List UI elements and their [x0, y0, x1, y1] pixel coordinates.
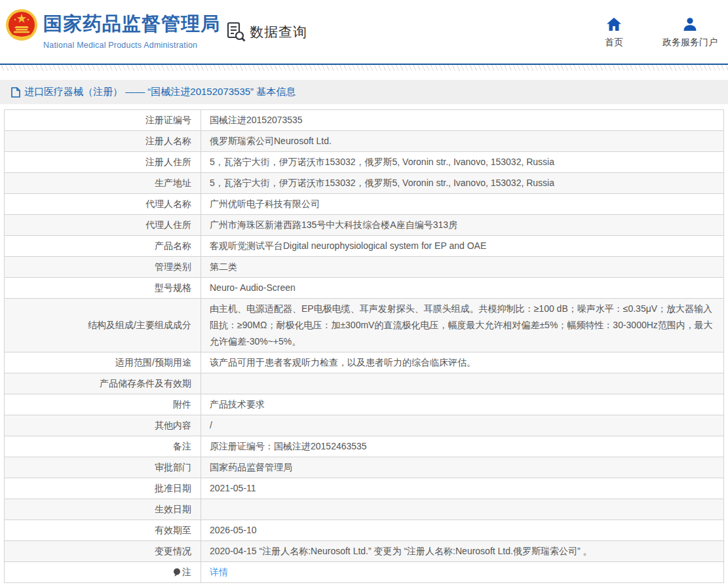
row-label-cell: 代理人住所 [5, 215, 201, 236]
row-label-cell: 生产地址 [5, 173, 201, 194]
top-nav: 首页 政务服务门户 [598, 18, 718, 48]
table-row: 代理人名称 广州优听电子科技有限公司 [5, 194, 724, 215]
document-search-icon [227, 22, 246, 42]
row-value-cell: 原注册证编号：国械注进20152463535 [201, 436, 724, 457]
row-value-cell: 广州市海珠区新港西路135号中大科技综合楼A座自编号313房 [201, 215, 724, 236]
breadcrumb-text: 进口医疗器械（注册） —— “国械注进20152073535” 基本信息 [24, 86, 296, 98]
row-label: 注册人名称 [145, 136, 191, 146]
row-label-cell: 结构及组成/主要组成成分 [5, 299, 201, 352]
row-label-cell: 审批部门 [5, 457, 201, 478]
table-row: 适用范围/预期用途 该产品可用于患者客观听力检查，以及患者听力的综合临床评估。 [5, 352, 724, 373]
row-label-cell: 适用范围/预期用途 [5, 352, 201, 373]
row-label: 型号规格 [155, 282, 191, 293]
info-table-body: 注册证编号 国械注进20152073535 注册人名称 俄罗斯瑞索公司Neuro… [5, 110, 724, 583]
nav-item-home[interactable]: 首页 [598, 18, 630, 48]
row-label: 生效日期 [155, 504, 191, 514]
row-label-cell: 备注 [5, 436, 201, 457]
row-label: 变更情况 [155, 546, 191, 556]
row-value-cell: 该产品可用于患者客观听力检查，以及患者听力的综合临床评估。 [201, 352, 724, 373]
row-value-cell: 5，瓦洛宁大街，伊万诺沃市153032，俄罗斯5, Voronin str., … [201, 152, 724, 173]
row-label: 批准日期 [155, 483, 191, 493]
row-label: 代理人名称 [145, 199, 191, 209]
row-label-cell: 附件 [5, 394, 201, 415]
row-label: 注册人住所 [145, 157, 191, 167]
balloon-icon [173, 568, 181, 577]
row-value-cell: 国家药品监督管理局 [201, 457, 724, 478]
row-value-cell: 第二类 [201, 257, 724, 278]
person-icon [683, 18, 697, 31]
table-row: 变更情况 2020-04-15 “注册人名称:Neurosoft Ltd.” 变… [5, 541, 724, 562]
nav-item-label: 政务服务门户 [662, 37, 718, 48]
row-label: 附件 [173, 399, 191, 409]
row-value-cell: 5，瓦洛宁大街，伊万诺沃市153032，俄罗斯5, Voronin str., … [201, 173, 724, 194]
breadcrumb-bar: 进口医疗器械（注册） —— “国械注进20152073535” 基本信息 [0, 80, 728, 104]
details-link[interactable]: 详情 [210, 567, 228, 577]
row-value-cell: 客观听觉测试平台Digital neurophysiological syste… [201, 236, 724, 257]
row-label-cell: 变更情况 [5, 541, 201, 562]
data-query-section[interactable]: 数据查询 [227, 22, 307, 42]
document-icon [11, 87, 20, 98]
table-row: 注册人名称 俄罗斯瑞索公司Neurosoft Ltd. [5, 131, 724, 152]
site-titles: 国家药品监督管理局 National Medical Products Admi… [43, 11, 220, 50]
row-label-cell: 注册人住所 [5, 152, 201, 173]
nav-item-label: 首页 [605, 37, 623, 48]
row-label: 适用范围/预期用途 [115, 357, 191, 368]
table-row: 注 详情 [5, 562, 724, 583]
registration-info-table: 注册证编号 国械注进20152073535 注册人名称 俄罗斯瑞索公司Neuro… [4, 109, 724, 583]
table-row: 注册证编号 国械注进20152073535 [5, 110, 724, 131]
row-label-cell: 型号规格 [5, 278, 201, 299]
table-row: 注册人住所 5，瓦洛宁大街，伊万诺沃市153032，俄罗斯5, Voronin … [5, 152, 724, 173]
row-label: 产品储存条件及有效期 [100, 378, 191, 388]
table-row: 有效期至 2026-05-10 [5, 520, 724, 541]
row-label-cell: 管理类别 [5, 257, 201, 278]
table-row: 生效日期 [5, 499, 724, 520]
row-label: 代理人住所 [145, 219, 191, 230]
row-value-cell: 2026-05-10 [201, 520, 724, 541]
row-value-cell: 俄罗斯瑞索公司Neurosoft Ltd. [201, 131, 724, 152]
row-label: 其他内容 [155, 420, 191, 430]
table-row: 附件 产品技术要求 [5, 394, 724, 415]
table-row: 生产地址 5，瓦洛宁大街，伊万诺沃市153032，俄罗斯5, Voronin s… [5, 173, 724, 194]
row-label: 产品名称 [155, 240, 191, 251]
row-label-cell: 代理人名称 [5, 194, 201, 215]
row-value-cell: / [201, 415, 724, 436]
row-label: 注 [182, 567, 191, 577]
row-label: 审批部门 [155, 462, 191, 472]
table-row: 结构及组成/主要组成成分 由主机、电源适配器、EP电极电缆、耳声发射探头、耳膜头… [5, 299, 724, 352]
row-value-cell: 国械注进20152073535 [201, 110, 724, 131]
row-value-cell: 详情 [201, 562, 724, 583]
row-label: 注册证编号 [145, 115, 191, 125]
row-label: 管理类别 [155, 261, 191, 272]
table-row: 批准日期 2021-05-11 [5, 478, 724, 499]
site-title-en: National Medical Products Administration [43, 41, 220, 50]
table-row: 管理类别 第二类 [5, 257, 724, 278]
row-label: 有效期至 [155, 525, 191, 535]
row-value-cell: Neuro- Audio-Screen [201, 278, 724, 299]
page-header: 国家药品监督管理局 National Medical Products Admi… [0, 0, 728, 64]
hatch-stripe-band [0, 65, 728, 71]
row-label-cell: 注册人名称 [5, 131, 201, 152]
table-row: 型号规格 Neuro- Audio-Screen [5, 278, 724, 299]
row-value-cell: 2020-04-15 “注册人名称:Neurosoft Ltd.” 变更为 “注… [201, 541, 724, 562]
table-row: 代理人住所 广州市海珠区新港西路135号中大科技综合楼A座自编号313房 [5, 215, 724, 236]
table-row: 备注 原注册证编号：国械注进20152463535 [5, 436, 724, 457]
row-value-cell: 产品技术要求 [201, 394, 724, 415]
row-label-cell: 生效日期 [5, 499, 201, 520]
row-label-cell: 注册证编号 [5, 110, 201, 131]
row-label: 生产地址 [155, 178, 191, 188]
site-title-zh: 国家药品监督管理局 [43, 11, 220, 37]
table-row: 产品名称 客观听觉测试平台Digital neurophysiological … [5, 236, 724, 257]
table-row: 其他内容 / [5, 415, 724, 436]
row-label-cell: 注 [5, 562, 201, 583]
nav-item-portal[interactable]: 政务服务门户 [662, 18, 718, 48]
row-value-cell: 2021-05-11 [201, 478, 724, 499]
row-label: 备注 [173, 441, 191, 451]
row-value-cell: 由主机、电源适配器、EP电极电缆、耳声发射探头、耳膜头组成。共模抑制比：≥100… [201, 299, 724, 352]
row-value-cell [201, 499, 724, 520]
row-label-cell: 有效期至 [5, 520, 201, 541]
row-value-cell: 广州优听电子科技有限公司 [201, 194, 724, 215]
breadcrumb: 进口医疗器械（注册） —— “国械注进20152073535” 基本信息 [11, 86, 296, 98]
row-label-cell: 其他内容 [5, 415, 201, 436]
row-label-cell: 产品储存条件及有效期 [5, 373, 201, 394]
row-label-cell: 批准日期 [5, 478, 201, 499]
